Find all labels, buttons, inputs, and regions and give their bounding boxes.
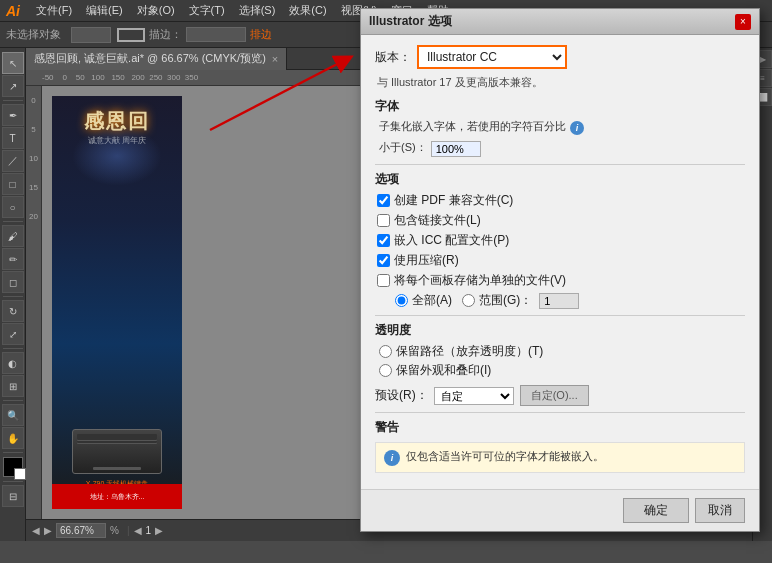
opt5-row: 将每个画板存储为单独的文件(V): [375, 272, 745, 289]
doc-tab[interactable]: 感恩回顾, 诚意巨献.ai* @ 66.67% (CMYK/预览) ×: [26, 48, 287, 70]
dialog-footer: 确定 取消: [361, 489, 759, 531]
menu-object[interactable]: 对象(O): [131, 1, 181, 20]
dialog-body: 版本： Illustrator CC Illustrator CS6 与 Ill…: [361, 35, 759, 489]
nav-next[interactable]: ▶: [44, 525, 52, 536]
brush-tool[interactable]: 🖌: [2, 225, 24, 247]
opt3-label: 嵌入 ICC 配置文件(P): [394, 232, 509, 249]
opt1-checkbox[interactable]: [377, 194, 390, 207]
version-label: 版本：: [375, 49, 411, 66]
zoom-tool[interactable]: 🔍: [2, 404, 24, 426]
ruler-left: 0 5 10 15 20: [26, 86, 42, 519]
dialog-titlebar: Illustrator 选项 ×: [361, 9, 759, 35]
artwork-address: 地址：乌鲁木齐...: [90, 492, 145, 502]
menu-select[interactable]: 选择(S): [233, 1, 282, 20]
gradient-tool[interactable]: ◐: [2, 352, 24, 374]
tool-separator-7: [3, 481, 23, 482]
tool-separator-6: [3, 452, 23, 453]
fill-box[interactable]: [71, 27, 111, 43]
menu-text[interactable]: 文字(T): [183, 1, 231, 20]
line-tool[interactable]: ／: [2, 150, 24, 172]
tool-separator-3: [3, 296, 23, 297]
pencil-tool[interactable]: ✏: [2, 248, 24, 270]
screen-mode[interactable]: ⊟: [2, 485, 24, 507]
opt3-checkbox[interactable]: [377, 234, 390, 247]
direct-select-tool[interactable]: ↗: [2, 75, 24, 97]
opt5-checkbox[interactable]: [377, 274, 390, 287]
trans1-label: 保留路径（放弃透明度）(T): [396, 343, 543, 360]
trans2-radio[interactable]: [379, 364, 392, 377]
opt5-range-radio[interactable]: [462, 294, 475, 307]
preset-select[interactable]: 自定: [434, 387, 514, 405]
page-nav-next[interactable]: ▶: [155, 525, 163, 536]
opt2-row: 包含链接文件(L): [375, 212, 745, 229]
hand-tool[interactable]: ✋: [2, 427, 24, 449]
font-info-icon[interactable]: i: [570, 121, 584, 135]
font-percent-input[interactable]: [431, 141, 481, 157]
doc-tab-close[interactable]: ×: [272, 53, 278, 65]
menu-file[interactable]: 文件(F): [30, 1, 78, 20]
illustrator-options-dialog: Illustrator 选项 × 版本： Illustrator CC Illu…: [360, 8, 760, 532]
rect-tool[interactable]: □: [2, 173, 24, 195]
artwork-bg: 感恩回 诚意大献 周年庆 X-790 无线机械键盘 地址：乌鲁木齐...: [52, 96, 182, 509]
select-tool[interactable]: ↖: [2, 52, 24, 74]
opt5-range-label: 范围(G)：: [479, 292, 532, 309]
tool-separator-2: [3, 221, 23, 222]
divider-3: [375, 412, 745, 413]
menu-effect[interactable]: 效果(C): [283, 1, 332, 20]
page-nav-prev[interactable]: ◀: [134, 525, 142, 536]
ok-button[interactable]: 确定: [623, 498, 689, 523]
opt1-label: 创建 PDF 兼容文件(C): [394, 192, 513, 209]
zoom-input[interactable]: [56, 523, 106, 538]
stroke-input[interactable]: [186, 27, 246, 42]
mesh-tool[interactable]: ⊞: [2, 375, 24, 397]
keyboard-space: [93, 467, 141, 470]
color-boxes[interactable]: [3, 457, 23, 477]
warning-box: i 仅包含适当许可可位的字体才能被嵌入。: [375, 442, 745, 473]
warning-section-title: 警告: [375, 419, 745, 436]
opt4-label: 使用压缩(R): [394, 252, 459, 269]
tool-separator-1: [3, 100, 23, 101]
pen-tool[interactable]: ✒: [2, 104, 24, 126]
opt4-row: 使用压缩(R): [375, 252, 745, 269]
warning-icon: i: [384, 450, 400, 466]
doc-tab-label: 感恩回顾, 诚意巨献.ai* @ 66.67% (CMYK/预览): [34, 51, 266, 66]
artwork-lightning: [72, 126, 162, 186]
stroke-box[interactable]: [117, 28, 145, 42]
opt5-range-input[interactable]: [539, 293, 579, 309]
preset-custom-btn[interactable]: 自定(O)...: [520, 385, 589, 406]
scale-tool[interactable]: ⤢: [2, 323, 24, 345]
opt2-checkbox[interactable]: [377, 214, 390, 227]
ruler-mark5: 20: [29, 212, 38, 221]
ai-logo: Ai: [6, 3, 20, 19]
status-sep1: |: [127, 525, 130, 536]
preset-label: 预设(R)：: [375, 387, 428, 404]
page-num: 1: [146, 525, 152, 536]
nav-prev[interactable]: ◀: [32, 525, 40, 536]
trans1-radio[interactable]: [379, 345, 392, 358]
ruler-mark: 0: [31, 96, 35, 105]
eraser-tool[interactable]: ◻: [2, 271, 24, 293]
tool-separator-4: [3, 348, 23, 349]
ruler-label: -50 0 50 100 150 200 250 300 350: [42, 73, 198, 82]
ellipse-tool[interactable]: ○: [2, 196, 24, 218]
opt5-all-radio[interactable]: [395, 294, 408, 307]
font-subsection: 子集化嵌入字体，若使用的字符百分比 i 小于(S)：: [375, 119, 745, 158]
opt4-checkbox[interactable]: [377, 254, 390, 267]
divider-2: [375, 315, 745, 316]
trans1-row: 保留路径（放弃透明度）(T): [379, 343, 745, 360]
transparency-radio-group: 保留路径（放弃透明度）(T) 保留外观和叠印(I): [375, 343, 745, 379]
stroke-label: 描边：: [149, 27, 182, 42]
rotate-tool[interactable]: ↻: [2, 300, 24, 322]
opt5-sub-row: 全部(A) 范围(G)：: [395, 292, 745, 309]
dialog-close-btn[interactable]: ×: [735, 14, 751, 30]
opt2-label: 包含链接文件(L): [394, 212, 481, 229]
arrange-label: 排边: [250, 27, 272, 42]
type-tool[interactable]: T: [2, 127, 24, 149]
version-select[interactable]: Illustrator CC Illustrator CS6: [417, 45, 567, 69]
menu-edit[interactable]: 编辑(E): [80, 1, 129, 20]
font-sub-row: 子集化嵌入字体，若使用的字符百分比 i: [379, 119, 745, 137]
cancel-button[interactable]: 取消: [695, 498, 745, 523]
ruler-mark2: 5: [31, 125, 35, 134]
artwork-keyboard: [72, 429, 162, 474]
opt1-row: 创建 PDF 兼容文件(C): [375, 192, 745, 209]
